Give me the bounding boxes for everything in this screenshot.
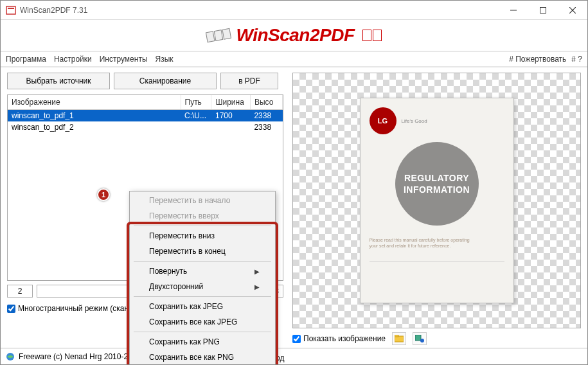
show-image-label: Показать изображение — [303, 334, 386, 343]
window-controls — [499, 1, 587, 19]
ctx-save-png[interactable]: Сохранить как PNG — [131, 334, 274, 350]
doc-brand-logo: LG — [370, 107, 396, 134]
ctx-move-top[interactable]: Переместить в начало — [131, 193, 274, 208]
logo-banner: WinScan2PDF — [1, 20, 587, 52]
preview-toolbar: Показать изображение — [292, 332, 581, 345]
col-image-header[interactable]: Изображение — [8, 95, 181, 109]
document-preview: LG Life's Good REGULATORYINFORMATION Ple… — [360, 98, 514, 303]
ctx-save-all-png[interactable]: Сохранить все как PNG — [131, 350, 274, 365]
action-buttons: Выбрать источник Сканирование в PDF — [7, 73, 283, 89]
ctx-save-all-jpeg[interactable]: Сохранить все как JPEG — [131, 314, 274, 330]
main-area: Выбрать источник Сканирование в PDF Изоб… — [1, 67, 587, 348]
context-menu: Переместить в начало Переместить вверх П… — [129, 191, 276, 365]
ctx-rotate[interactable]: Повернуть▶ — [131, 263, 274, 279]
menu-language[interactable]: Язык — [156, 55, 174, 64]
scan-button[interactable]: Сканирование — [114, 73, 217, 89]
preview-area[interactable]: LG Life's Good REGULATORYINFORMATION Ple… — [292, 73, 581, 328]
doc-small-text: Please read this manual carefully before… — [370, 237, 504, 249]
app-icon — [6, 5, 16, 15]
multipage-checkbox[interactable] — [7, 305, 15, 313]
svg-rect-8 — [415, 335, 421, 341]
ctx-move-down[interactable]: Переместить вниз — [131, 228, 274, 244]
window-title: WinScan2PDF 7.31 — [20, 6, 499, 15]
ctx-duplex[interactable]: Двухсторонний▶ — [131, 279, 274, 294]
right-panel: LG Life's Good REGULATORYINFORMATION Ple… — [292, 73, 581, 345]
maximize-button[interactable] — [528, 1, 558, 20]
col-height-header[interactable]: Высо — [250, 95, 282, 109]
minimize-button[interactable] — [499, 1, 528, 20]
menu-program[interactable]: Программа — [6, 55, 46, 64]
svg-rect-7 — [395, 335, 398, 337]
svg-rect-1 — [8, 8, 14, 9]
folder-icon[interactable] — [392, 332, 406, 345]
app-logo-text: WinScan2PDF — [236, 25, 354, 46]
doc-brand-sub: Life's Good — [402, 118, 427, 124]
ctx-move-bottom[interactable]: Переместить в конец — [131, 244, 274, 259]
menu-tools[interactable]: Инструменты — [100, 55, 148, 64]
ctx-save-jpeg[interactable]: Сохранить как JPEG — [131, 299, 274, 314]
mini-pages-icon — [362, 30, 382, 41]
show-image-toggle[interactable]: Показать изображение — [292, 334, 386, 343]
globe-icon — [6, 352, 15, 361]
summary-count: 2 — [7, 285, 33, 298]
ctx-move-up[interactable]: Переместить вверх — [131, 208, 274, 224]
image-tool-icon[interactable] — [413, 332, 427, 345]
to-pdf-button[interactable]: в PDF — [220, 73, 278, 89]
menu-settings[interactable]: Настройки — [54, 55, 92, 64]
table-row[interactable]: winscan_to_pdf_1 C:\U... 1700 2338 — [8, 109, 283, 121]
table-row[interactable]: winscan_to_pdf_2 2338 — [8, 121, 283, 133]
svg-rect-0 — [6, 6, 15, 14]
show-image-checkbox[interactable] — [292, 335, 301, 343]
menu-donate[interactable]: # Пожертвовать — [509, 55, 566, 64]
statusbar: Freeware (c) Nenad Hrg 2010-2021 # http:… — [1, 348, 587, 364]
pages-stack-icon — [206, 28, 231, 42]
doc-heading-circle: REGULATORYINFORMATION — [395, 142, 479, 226]
close-button[interactable] — [558, 1, 587, 20]
select-source-button[interactable]: Выбрать источник — [7, 73, 110, 89]
col-width-header[interactable]: Ширина — [211, 95, 250, 109]
menubar: Программа Настройки Инструменты Язык # П… — [1, 52, 587, 67]
titlebar: WinScan2PDF 7.31 — [1, 1, 587, 20]
col-path-header[interactable]: Путь — [181, 95, 211, 109]
menu-help[interactable]: # ? — [571, 55, 582, 64]
svg-rect-3 — [540, 8, 546, 13]
svg-point-9 — [420, 339, 424, 343]
